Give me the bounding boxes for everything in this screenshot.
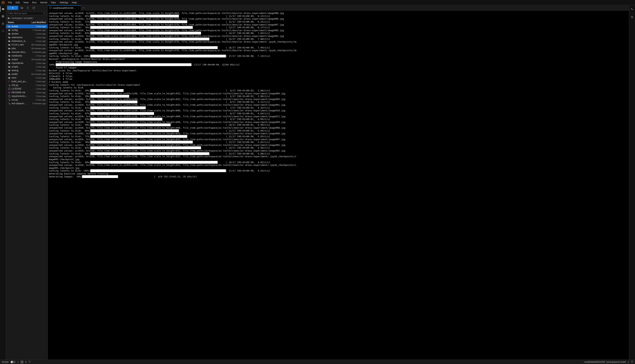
- file-time: 1 hour ago: [36, 36, 46, 38]
- file-time: 3 minutes ago: [33, 51, 46, 53]
- svg-point-13: [9, 85, 10, 86]
- file-name: output: [12, 58, 18, 61]
- folder-icon: [8, 54, 11, 57]
- file-time: 48 minutes ago: [31, 44, 46, 46]
- svg-point-21: [632, 9, 633, 10]
- toc-icon[interactable]: [0, 21, 6, 26]
- status-kernels-count: 0: [25, 361, 27, 363]
- search-icon: [43, 12, 45, 15]
- menu-help[interactable]: Help: [70, 0, 79, 4]
- menu-file[interactable]: File: [6, 0, 14, 4]
- property-inspector-icon[interactable]: [629, 6, 635, 12]
- file-time: 1 hour ago: [36, 84, 46, 86]
- file-time: 7 minutes ago: [33, 29, 46, 31]
- breadcrumb[interactable]: / workspace / ai-toolkit /: [6, 16, 48, 20]
- file-row[interactable]: scripts1 hour ago: [6, 65, 48, 68]
- menu-view[interactable]: View: [22, 0, 30, 4]
- status-badge: 1: [20, 360, 24, 364]
- new-folder-icon[interactable]: [20, 6, 24, 10]
- tab-label: root@9a0a8852b295: /wor: [53, 7, 77, 9]
- file-row[interactable]: test-dataset-...9 minutes ago: [6, 102, 48, 105]
- running-icon[interactable]: [0, 14, 6, 19]
- debugger-icon[interactable]: [629, 14, 635, 20]
- svg-point-15: [9, 99, 9, 100]
- svg-point-20: [631, 8, 632, 9]
- svg-line-11: [45, 14, 45, 14]
- status-right-num: 1: [628, 361, 629, 363]
- terminal-icon: [49, 6, 52, 9]
- file-name: venv: [12, 76, 16, 79]
- new-launcher-button[interactable]: [7, 6, 18, 10]
- bell-icon[interactable]: [631, 360, 633, 363]
- file-row[interactable]: toolkit28 minutes ago: [6, 72, 48, 76]
- file-time: 1 hour ago: [36, 40, 46, 42]
- folder-icon: [8, 62, 11, 64]
- close-icon[interactable]: ×: [78, 6, 79, 9]
- file-time: 1 hour ago: [36, 77, 46, 79]
- file-row[interactable]: README.md1 hour ago: [6, 91, 48, 94]
- menu-tabs[interactable]: Tabs: [49, 0, 58, 4]
- svg-point-10: [44, 13, 45, 14]
- menubar: FileEditViewRunKernelTabsSettingsHelp: [0, 0, 635, 5]
- tab-terminal[interactable]: root@9a0a8852b295: /wor ×: [48, 5, 81, 10]
- simple-mode-label: Simple: [2, 361, 9, 363]
- file-row[interactable]: output28 minutes ago: [6, 58, 48, 61]
- upload-icon[interactable]: [26, 6, 30, 10]
- add-tab-button[interactable]: +: [81, 6, 86, 9]
- jupyter-logo-icon: [2, 1, 5, 4]
- svg-rect-14: [8, 92, 10, 93]
- folder-icon[interactable]: [0, 6, 6, 12]
- svg-point-18: [9, 104, 10, 104]
- file-row[interactable]: extensions1 hour ago: [6, 36, 48, 39]
- file-row[interactable]: venv1 hour ago: [6, 76, 48, 80]
- file-time: 1 hour ago: [36, 91, 46, 94]
- file-name: build_and_pu...: [12, 80, 27, 83]
- file-time: 28 minutes ago: [31, 73, 46, 75]
- file-row[interactable]: docker1 hour ago: [6, 32, 48, 36]
- file-row[interactable]: config7 minutes ago: [6, 28, 48, 32]
- file-name: moncler-dres...: [12, 51, 27, 54]
- menu-kernel[interactable]: Kernel: [38, 0, 49, 4]
- folder-icon: [8, 44, 11, 46]
- file-name: info.py: [12, 84, 18, 86]
- svg-point-12: [9, 84, 9, 85]
- main-content: root@9a0a8852b295: /wor × + unexpected v…: [48, 5, 629, 360]
- file-row[interactable]: moncler-dres...3 minutes ago: [6, 50, 48, 54]
- file-row[interactable]: repositories1 hour ago: [6, 61, 48, 65]
- folder-icon: [8, 25, 11, 28]
- tabbar: root@9a0a8852b295: /wor × +: [48, 5, 629, 11]
- file-row[interactable]: run.py1 hour ago: [6, 98, 48, 102]
- file-name: docker: [12, 32, 19, 35]
- extensions-icon[interactable]: [0, 28, 6, 34]
- menu-settings[interactable]: Settings: [58, 0, 70, 4]
- terminal-output[interactable]: unexpected values: w=1020, h=1275, file_…: [48, 11, 629, 360]
- menu-edit[interactable]: Edit: [14, 0, 22, 4]
- file-row[interactable]: info.py1 hour ago: [6, 83, 48, 87]
- folder-icon: [8, 17, 10, 19]
- file-row[interactable]: requirements....1 hour ago: [6, 94, 48, 98]
- folder-icon: [8, 76, 11, 79]
- menu-run[interactable]: Run: [30, 0, 38, 4]
- py-icon: [8, 102, 11, 105]
- svg-point-17: [9, 103, 9, 104]
- file-name: testing: [12, 69, 18, 72]
- file-row[interactable]: notebooks1 hour ago: [6, 54, 48, 58]
- file-time: 28 minutes ago: [31, 58, 46, 60]
- file-time: 1 hour ago: [36, 62, 46, 64]
- file-row[interactable]: Y:build_and_pu...1 hour ago: [6, 80, 48, 83]
- file-row[interactable]: FLUX.1-dev48 minutes ago: [6, 43, 48, 46]
- right-activity-bar: [629, 5, 635, 360]
- file-row[interactable]: testing1 hour ago: [6, 68, 48, 72]
- simple-toggle[interactable]: [11, 361, 16, 363]
- file-time: 1 hour ago: [36, 33, 46, 35]
- file-row[interactable]: extensions_b...1 hour ago: [6, 39, 48, 43]
- file-name: assets: [12, 25, 18, 28]
- file-row[interactable]: LICENSE1 hour ago: [6, 87, 48, 91]
- file-row[interactable]: assets1 hour ago: [6, 24, 48, 28]
- file-row[interactable]: jobs28 minutes ago: [6, 46, 48, 50]
- file-list-header[interactable]: Name Last Modified: [6, 20, 48, 24]
- folder-icon: [8, 47, 11, 50]
- refresh-icon[interactable]: [32, 6, 36, 10]
- filter-input[interactable]: [7, 12, 47, 16]
- status-path: root@9a0a8852b295: /workspace/ai-toolkit: [584, 361, 626, 363]
